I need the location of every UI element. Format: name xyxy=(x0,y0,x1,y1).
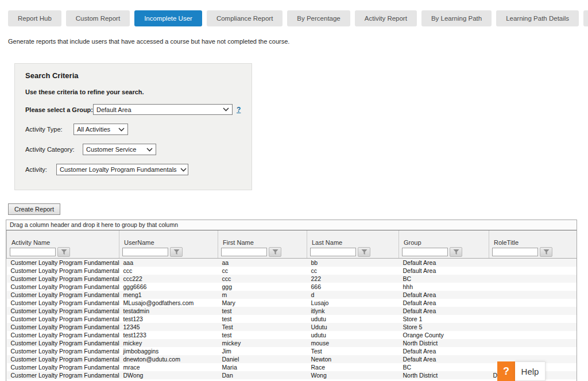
report-tab[interactable]: By MetaTag xyxy=(583,10,588,26)
group-help-link[interactable]: ? xyxy=(237,106,241,114)
table-row: Customer Loyalty Program Fundamentals te… xyxy=(7,315,578,323)
cell-activity-name: Customer Loyalty Program Fundamentals xyxy=(7,339,119,347)
activity-type-select[interactable]: All Activities xyxy=(74,124,128,135)
cell-first-name: mickey xyxy=(218,339,307,347)
cell-first-name: Jim xyxy=(218,347,307,355)
report-tab[interactable]: By Learning Path xyxy=(421,10,492,26)
cell-last-name: d xyxy=(307,291,399,299)
search-criteria-panel: Search Criteria Use these criteria to re… xyxy=(14,63,252,190)
filter-funnel-button[interactable] xyxy=(540,247,552,257)
column-filter-cell xyxy=(489,246,578,259)
activity-label: Activity: xyxy=(25,166,56,173)
activity-category-select[interactable]: Customer Service xyxy=(83,144,156,155)
column-filter-cell xyxy=(218,246,307,259)
cell-first-name: Maria xyxy=(218,363,307,371)
cell-group: Orange County xyxy=(399,331,489,339)
cell-last-name: Newton xyxy=(307,355,399,363)
group-select-value: Default Area xyxy=(96,106,131,113)
column-header[interactable]: UserName xyxy=(119,230,218,246)
cell-first-name: test xyxy=(218,315,307,323)
filter-funnel-button[interactable] xyxy=(450,247,462,257)
column-filter-input[interactable] xyxy=(122,248,168,256)
group-label: Please select a Group: xyxy=(25,106,93,113)
report-tab[interactable]: By Percentage xyxy=(287,10,350,26)
group-select[interactable]: Default Area xyxy=(93,104,233,115)
column-filter-input[interactable] xyxy=(221,248,267,256)
funnel-icon xyxy=(61,249,67,255)
column-header[interactable]: Activity Name xyxy=(7,230,119,246)
chevron-down-icon xyxy=(146,148,153,152)
incomplete-user-report-page: Report Hub Custom Report Incomplete User… xyxy=(0,0,588,381)
column-filter-input[interactable] xyxy=(402,248,448,256)
column-filter-cell xyxy=(119,246,218,259)
search-criteria-subtitle: Use these criteria to refine your search… xyxy=(25,88,243,95)
column-filter-input[interactable] xyxy=(492,248,538,256)
cell-role-title xyxy=(489,259,578,267)
column-header[interactable]: RoleTitle xyxy=(489,230,578,246)
funnel-icon xyxy=(361,249,368,255)
column-header[interactable]: Group xyxy=(399,230,489,246)
column-filter-cell xyxy=(7,246,119,259)
cell-activity-name: Customer Loyalty Program Fundamentals xyxy=(7,275,119,283)
column-header[interactable]: Last Name xyxy=(307,230,399,246)
report-tab[interactable]: Report Hub xyxy=(8,10,61,26)
cell-last-name: Wong xyxy=(307,371,399,379)
cell-first-name: m xyxy=(218,291,307,299)
create-report-button[interactable]: Create Report xyxy=(8,203,60,215)
cell-group: Default Area xyxy=(399,291,489,299)
cell-first-name: test xyxy=(218,331,307,339)
cell-last-name: cc xyxy=(307,267,399,275)
cell-group: Store 5 xyxy=(399,323,489,331)
table-row: Customer Loyalty Program Fundamentals 12… xyxy=(7,323,578,331)
table-row: Customer Loyalty Program Fundamentals dn… xyxy=(7,355,578,363)
activity-category-row: Activity Category: Customer Service xyxy=(25,144,243,155)
chevron-down-icon xyxy=(223,107,229,111)
cell-username: ggg6666 xyxy=(119,283,218,291)
column-header[interactable]: First Name xyxy=(218,230,307,246)
cell-username: meng1 xyxy=(119,291,218,299)
cell-activity-name: Customer Loyalty Program Fundamentals xyxy=(7,363,119,371)
report-tab[interactable]: Compliance Report xyxy=(207,10,283,26)
cell-role-title xyxy=(489,307,578,315)
cell-role-title xyxy=(489,275,578,283)
cell-role-title xyxy=(489,347,578,355)
report-tab[interactable]: Activity Report xyxy=(355,10,417,26)
help-question-icon[interactable]: ? xyxy=(497,361,515,381)
cell-last-name: Udutu xyxy=(307,323,399,331)
cell-activity-name: Customer Loyalty Program Fundamentals xyxy=(7,371,119,379)
chevron-down-icon xyxy=(118,128,125,132)
table-row: Customer Loyalty Program Fundamentals mr… xyxy=(7,363,578,371)
cell-activity-name: Customer Loyalty Program Fundamentals xyxy=(7,307,119,315)
table-row: Customer Loyalty Program Fundamentals aa… xyxy=(7,259,578,267)
cell-role-title xyxy=(489,267,578,275)
cell-role-title xyxy=(489,299,578,307)
funnel-icon xyxy=(453,249,459,255)
cell-first-name: Dan xyxy=(218,371,307,379)
table-row: Customer Loyalty Program Fundamentals DW… xyxy=(7,371,578,379)
report-tab[interactable]: Incomplete User xyxy=(134,10,202,26)
column-filter-row xyxy=(7,246,578,259)
report-tab[interactable]: Learning Path Details xyxy=(496,10,579,26)
cell-group: hhh xyxy=(399,283,489,291)
table-row: Customer Loyalty Program Fundamentals mi… xyxy=(7,339,578,347)
cell-role-title xyxy=(489,315,578,323)
filter-funnel-button[interactable] xyxy=(269,247,281,257)
cell-first-name: ggg xyxy=(218,283,307,291)
activity-select[interactable]: Customer Loyalty Program Fundamentals xyxy=(56,164,188,175)
filter-funnel-button[interactable] xyxy=(170,247,183,257)
filter-funnel-button[interactable] xyxy=(57,247,70,257)
report-tab[interactable]: Custom Report xyxy=(66,10,130,26)
help-label[interactable]: Help xyxy=(515,361,546,381)
column-filter-input[interactable] xyxy=(310,248,356,256)
help-widget[interactable]: ? Help xyxy=(497,361,546,381)
table-row: Customer Loyalty Program Fundamentals te… xyxy=(7,331,578,339)
cell-activity-name: Customer Loyalty Program Fundamentals xyxy=(7,259,119,267)
group-by-dropzone[interactable]: Drag a column header and drop it here to… xyxy=(6,220,577,230)
funnel-icon xyxy=(543,249,550,255)
cell-group: Default Area xyxy=(399,267,489,275)
cell-first-name: ccc xyxy=(218,275,307,283)
filter-funnel-button[interactable] xyxy=(358,247,370,257)
activity-category-label: Activity Category: xyxy=(25,146,83,153)
column-filter-input[interactable] xyxy=(10,248,56,256)
cell-last-name: Test xyxy=(307,347,399,355)
